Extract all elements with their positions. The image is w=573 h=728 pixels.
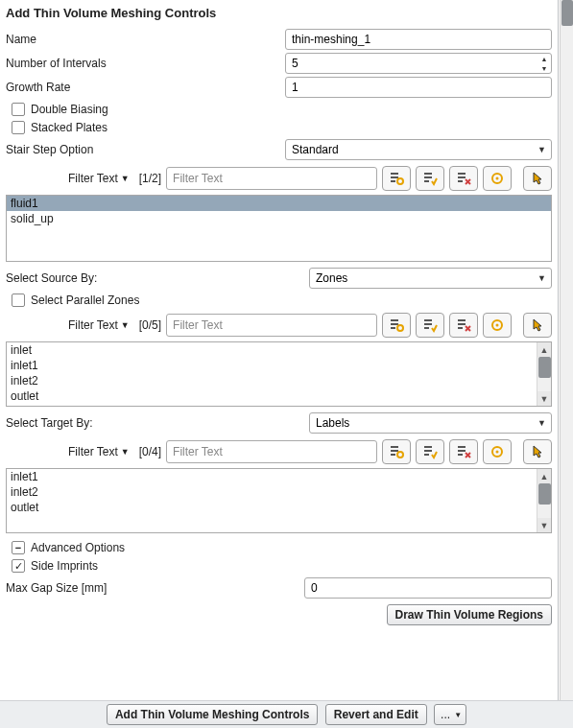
- filter-mode-label: Filter Text: [68, 318, 118, 332]
- filter-mode-label: Filter Text: [68, 445, 118, 458]
- more-label: ...: [441, 708, 450, 721]
- filter-target-button[interactable]: [483, 439, 512, 464]
- row-target-by: Select Target By: ▼: [6, 412, 552, 434]
- parallel-zones-checkbox[interactable]: [12, 294, 25, 307]
- target-counter: [0/4]: [139, 445, 161, 458]
- list-item[interactable]: outlet: [7, 388, 537, 404]
- list-item[interactable]: inlet2: [7, 484, 537, 500]
- filter-select-all-button[interactable]: [416, 439, 444, 464]
- scrollbar-thumb[interactable]: [561, 0, 573, 26]
- filter-target-button[interactable]: [483, 166, 512, 191]
- chevron-down-icon: ▼: [121, 174, 130, 183]
- scrollbar[interactable]: ▲ ▼: [537, 469, 551, 532]
- list-item[interactable]: inlet: [7, 342, 537, 358]
- label-target-by: Select Target By:: [6, 416, 303, 430]
- source-by-select[interactable]: [309, 268, 552, 289]
- target-listbox[interactable]: inlet1inlet2outlet ▲ ▼: [6, 468, 552, 533]
- pick-in-graphics-button[interactable]: [523, 166, 552, 191]
- source-listbox[interactable]: inletinlet1inlet2outlet ▲ ▼: [6, 341, 552, 407]
- stacked-plates-label: Stacked Plates: [31, 121, 107, 134]
- row-intervals: Number of Intervals ▲ ▼: [6, 53, 552, 74]
- advanced-label: Advanced Options: [31, 541, 125, 554]
- bodies-counter: [1/2]: [139, 172, 161, 185]
- filter-row-target: Filter Text ▼ [0/4]: [6, 439, 552, 464]
- advanced-toggle[interactable]: [12, 541, 25, 554]
- svg-point-17: [397, 325, 403, 331]
- label-growth: Growth Rate: [6, 81, 279, 94]
- svg-point-31: [397, 452, 403, 458]
- chevron-down-icon: ▼: [454, 711, 462, 719]
- filter-find-button[interactable]: [382, 439, 411, 464]
- label-name: Name: [6, 33, 279, 46]
- svg-point-41: [496, 451, 499, 454]
- filter-mode-dropdown-source[interactable]: Filter Text ▼: [63, 316, 134, 335]
- chevron-down-icon: ▼: [121, 320, 130, 330]
- filter-mode-dropdown-bodies[interactable]: Filter Text ▼: [63, 169, 134, 188]
- add-controls-button[interactable]: Add Thin Volume Meshing Controls: [107, 704, 318, 725]
- filter-input-source[interactable]: [166, 314, 377, 337]
- filter-input-target[interactable]: [166, 440, 377, 463]
- label-stair-step: Stair Step Option: [6, 143, 279, 156]
- stair-step-select[interactable]: [285, 139, 552, 160]
- main-scrollbar[interactable]: [560, 0, 573, 700]
- pick-in-graphics-button[interactable]: [523, 439, 552, 464]
- double-biasing-label: Double Biasing: [31, 103, 108, 116]
- row-stair-step: Stair Step Option ▼: [6, 139, 552, 160]
- label-intervals: Number of Intervals: [6, 57, 279, 70]
- side-imprints-checkbox[interactable]: [12, 559, 25, 573]
- row-growth: Growth Rate: [6, 77, 552, 98]
- filter-find-button[interactable]: [382, 166, 411, 191]
- filter-select-all-button[interactable]: [416, 166, 444, 191]
- list-item[interactable]: inlet1: [7, 469, 537, 484]
- row-name: Name: [6, 29, 552, 50]
- bodies-listbox[interactable]: fluid1solid_up: [6, 195, 552, 262]
- panel: Add Thin Volume Meshing Controls Name Nu…: [0, 0, 559, 728]
- panel-title: Add Thin Volume Meshing Controls: [6, 4, 552, 26]
- label-source-by: Select Source By:: [6, 271, 303, 285]
- growth-input[interactable]: [285, 77, 552, 98]
- list-item[interactable]: inlet2: [7, 373, 537, 388]
- chevron-down-icon: ▼: [121, 447, 130, 457]
- intervals-input[interactable]: [285, 53, 552, 74]
- list-item[interactable]: solid_up: [7, 211, 551, 226]
- svg-point-13: [496, 177, 499, 180]
- intervals-step-up[interactable]: ▲: [537, 54, 551, 63]
- source-counter: [0/5]: [139, 318, 161, 332]
- footer-bar: Add Thin Volume Meshing Controls Revert …: [0, 700, 573, 728]
- filter-row-source: Filter Text ▼ [0/5]: [6, 313, 552, 338]
- filter-row-bodies: Filter Text ▼ [1/2]: [6, 166, 552, 191]
- filter-target-button[interactable]: [483, 313, 512, 338]
- filter-deselect-button[interactable]: [449, 313, 478, 338]
- name-input[interactable]: [285, 29, 552, 50]
- draw-regions-button[interactable]: Draw Thin Volume Regions: [387, 604, 552, 625]
- list-item[interactable]: inlet1: [7, 358, 537, 373]
- revert-edit-button[interactable]: Revert and Edit: [325, 704, 427, 725]
- filter-mode-dropdown-target[interactable]: Filter Text ▼: [63, 442, 134, 461]
- list-item[interactable]: outlet: [7, 500, 537, 515]
- svg-point-3: [397, 178, 403, 184]
- double-biasing-checkbox[interactable]: [12, 103, 25, 116]
- svg-point-27: [496, 324, 499, 327]
- label-max-gap: Max Gap Size [mm]: [6, 581, 298, 595]
- pick-in-graphics-button[interactable]: [523, 313, 552, 338]
- more-menu-button[interactable]: ... ▼: [434, 704, 466, 725]
- side-imprints-label: Side Imprints: [31, 559, 98, 573]
- parallel-zones-label: Select Parallel Zones: [31, 294, 139, 307]
- intervals-step-down[interactable]: ▼: [537, 63, 551, 73]
- list-item[interactable]: fluid1: [7, 196, 551, 211]
- row-source-by: Select Source By: ▼: [6, 268, 552, 289]
- target-by-select[interactable]: [309, 412, 552, 434]
- filter-deselect-button[interactable]: [449, 439, 478, 464]
- scrollbar[interactable]: ▲ ▼: [537, 342, 551, 406]
- filter-select-all-button[interactable]: [416, 313, 444, 338]
- stacked-plates-checkbox[interactable]: [12, 121, 25, 134]
- row-max-gap: Max Gap Size [mm]: [6, 577, 552, 599]
- filter-find-button[interactable]: [382, 313, 411, 338]
- filter-deselect-button[interactable]: [449, 166, 478, 191]
- max-gap-input[interactable]: [304, 577, 552, 599]
- filter-input-bodies[interactable]: [166, 167, 377, 190]
- filter-mode-label: Filter Text: [68, 172, 118, 185]
